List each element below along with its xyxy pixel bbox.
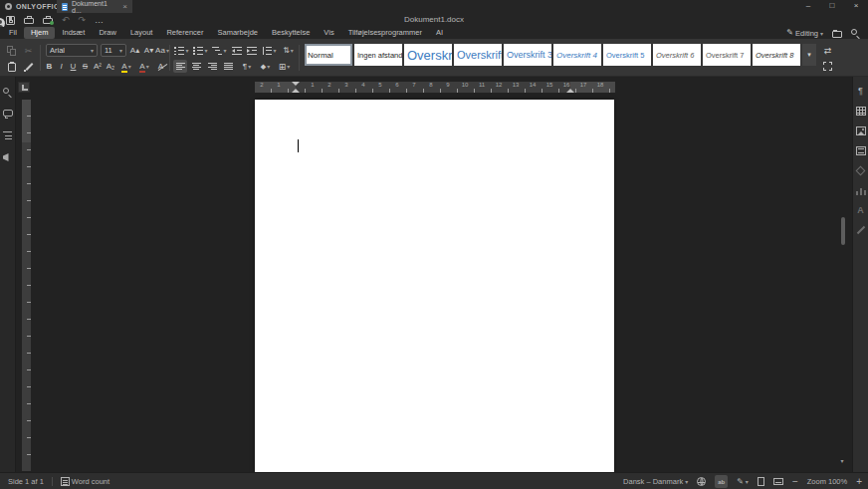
- font-family-combo[interactable]: Arial ▾: [46, 44, 98, 57]
- menu-tab-tilfojelsesprogrammer[interactable]: Tilføjelsesprogrammer: [341, 27, 429, 39]
- multilevel-list-button[interactable]: ▾: [211, 44, 228, 57]
- redo-button[interactable]: ↷: [79, 14, 87, 26]
- fit-to-width-button[interactable]: [773, 478, 783, 485]
- style-overskrift-3[interactable]: Overskrift 3: [504, 44, 551, 66]
- search-button[interactable]: [851, 29, 860, 38]
- bold-button[interactable]: B: [44, 60, 55, 73]
- style-overskrift-1[interactable]: Overskrift 1: [404, 44, 452, 66]
- italic-button[interactable]: I: [56, 60, 67, 73]
- format-painter-button[interactable]: [21, 60, 36, 73]
- zoom-level[interactable]: Zoom 100%: [807, 477, 847, 486]
- paragraph-settings-button[interactable]: ¶: [855, 85, 867, 97]
- subscript-button[interactable]: A₂: [105, 60, 116, 73]
- cut-button[interactable]: ✂: [21, 44, 36, 57]
- maximize-button[interactable]: □: [820, 0, 844, 12]
- search-panel-button[interactable]: [2, 86, 14, 98]
- customize-quick-access-button[interactable]: …: [95, 14, 104, 26]
- horizontal-ruler[interactable]: 21123456789101112131415161718: [255, 82, 615, 93]
- document-language-button[interactable]: Dansk – Danmark ▾: [623, 477, 688, 486]
- style-ingen-afstand[interactable]: Ingen afstand: [354, 44, 402, 66]
- underline-button[interactable]: U: [68, 60, 79, 73]
- feedback-support-button[interactable]: [2, 151, 14, 163]
- menu-tab-samarbejde[interactable]: Samarbejde: [211, 27, 265, 39]
- document-page[interactable]: [255, 100, 614, 472]
- style-normal[interactable]: Normal: [305, 44, 352, 66]
- decrease-indent-button[interactable]: [230, 44, 243, 57]
- zoom-in-button[interactable]: +: [856, 476, 862, 487]
- menu-tab-vis[interactable]: Vis: [317, 27, 340, 39]
- menu-tab-ai[interactable]: AI: [429, 27, 450, 39]
- borders-button[interactable]: ⊞▾: [276, 60, 293, 73]
- nonprinting-characters-button[interactable]: ¶▾: [239, 60, 255, 73]
- quick-print-button[interactable]: [43, 18, 53, 24]
- vertical-ruler[interactable]: [22, 100, 31, 471]
- page-indicator[interactable]: Side 1 af 1: [8, 477, 44, 486]
- numbered-list-button[interactable]: ▾: [192, 44, 209, 57]
- fit-to-page-button[interactable]: [758, 477, 764, 486]
- change-case-button[interactable]: Aa▾: [155, 44, 169, 57]
- style-overskrift-4[interactable]: Overskrift 4: [553, 44, 601, 66]
- style-gallery-expand-button[interactable]: ▾: [802, 44, 816, 66]
- clear-style-button[interactable]: A: [154, 60, 167, 73]
- close-button[interactable]: ×: [844, 0, 868, 12]
- track-changes-button[interactable]: ✎ ▾: [737, 477, 749, 486]
- menu-tab-referencer[interactable]: Referencer: [159, 27, 210, 39]
- highlight-color-button[interactable]: A▾: [118, 60, 134, 73]
- comments-panel-button[interactable]: [2, 108, 14, 120]
- align-right-button[interactable]: [205, 60, 219, 73]
- menu-tab-draw[interactable]: Draw: [92, 27, 123, 39]
- print-button[interactable]: [24, 18, 34, 24]
- align-justify-button[interactable]: [221, 60, 235, 73]
- align-center-button[interactable]: [189, 60, 203, 73]
- next-page-button[interactable]: ▾: [837, 456, 847, 466]
- zoom-out-button[interactable]: −: [792, 476, 798, 487]
- font-size-combo[interactable]: 11 ▾: [101, 44, 126, 57]
- menu-tab-fil[interactable]: Fil: [2, 27, 24, 39]
- font-color-button[interactable]: A▾: [136, 60, 152, 73]
- right-indent-marker[interactable]: [566, 82, 574, 93]
- tab-stop-selector[interactable]: [18, 82, 30, 93]
- menu-tab-beskyttelse[interactable]: Beskyttelse: [265, 27, 317, 39]
- tab-close-icon[interactable]: ×: [122, 0, 127, 13]
- increase-font-button[interactable]: A▴: [128, 44, 141, 57]
- style-overskrift-7[interactable]: Overskrift 7: [703, 44, 751, 66]
- style-overskrift-2[interactable]: Overskrift 2: [454, 44, 502, 66]
- bullet-list-button[interactable]: ▾: [173, 44, 190, 57]
- chart-settings-button[interactable]: [855, 184, 867, 196]
- headerfooter-settings-button[interactable]: [855, 144, 867, 156]
- paste-button[interactable]: [4, 60, 19, 73]
- menu-tab-indsaet[interactable]: Indsæt: [55, 27, 92, 39]
- image-settings-button[interactable]: [855, 124, 867, 136]
- set-language-button[interactable]: [697, 477, 706, 486]
- increase-indent-button[interactable]: [245, 44, 258, 57]
- vertical-scrollbar[interactable]: [841, 217, 845, 245]
- word-count-button[interactable]: Word count: [61, 477, 109, 486]
- style-overskrift-5[interactable]: Overskrift 5: [603, 44, 651, 66]
- line-spacing-button[interactable]: ▾: [261, 44, 278, 57]
- style-overskrift-8[interactable]: Overskrift 8: [753, 44, 800, 66]
- find-replace-button[interactable]: ⇄: [820, 44, 835, 57]
- headings-panel-button[interactable]: [2, 129, 14, 141]
- style-overskrift-6[interactable]: Overskrift 6: [653, 44, 701, 66]
- sort-button[interactable]: ⇅▾: [280, 44, 297, 57]
- minimize-button[interactable]: –: [796, 0, 820, 12]
- undo-button[interactable]: ↶: [62, 14, 70, 26]
- copy-button[interactable]: [4, 44, 19, 57]
- textart-settings-button[interactable]: A: [855, 204, 867, 216]
- superscript-button[interactable]: A²: [92, 60, 104, 73]
- editing-mode-dropdown[interactable]: ✎ Editing ▾: [786, 28, 823, 38]
- signature-settings-button[interactable]: [855, 224, 867, 236]
- document-tab[interactable]: Dokument1 d... ×: [57, 0, 132, 13]
- spell-check-button[interactable]: ab: [715, 475, 728, 488]
- shading-button[interactable]: ◆▾: [257, 60, 274, 73]
- menu-tab-layout[interactable]: Layout: [123, 27, 160, 39]
- menu-tab-hjem[interactable]: Hjem: [24, 27, 56, 39]
- strikethrough-button[interactable]: S: [80, 60, 91, 73]
- save-button[interactable]: [6, 16, 15, 25]
- left-indent-marker[interactable]: [292, 82, 300, 93]
- select-all-button[interactable]: [820, 60, 835, 73]
- table-settings-button[interactable]: [855, 105, 867, 117]
- open-file-location-button[interactable]: [832, 31, 842, 38]
- decrease-font-button[interactable]: A▾: [142, 44, 155, 57]
- shape-settings-button[interactable]: [855, 164, 867, 176]
